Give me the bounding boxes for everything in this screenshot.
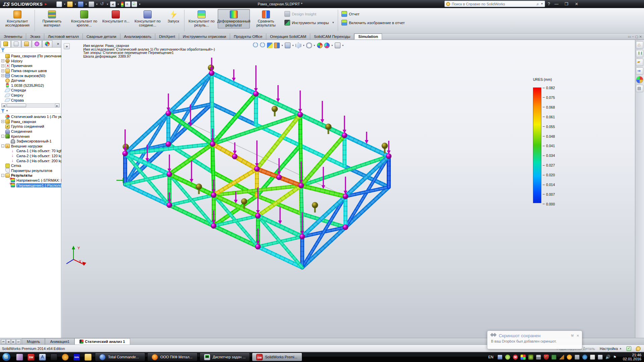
options-list-dropdown-icon[interactable]: ▼: [139, 3, 141, 5]
graphics-viewport[interactable]: » Имя модели: Рама_сварнаяИмя исследован…: [61, 40, 644, 338]
panel-more-icon[interactable]: »: [57, 42, 61, 46]
taskbar-clock[interactable]: 21:46 02.01.2016: [623, 353, 641, 361]
panel-tab-0[interactable]: [1, 40, 11, 47]
nvidia-icon[interactable]: [528, 355, 533, 360]
volume-tri-icon[interactable]: [559, 355, 564, 360]
tree-item[interactable]: Датчики: [0, 78, 61, 83]
tree-item[interactable]: +History: [0, 59, 61, 64]
custom-props-icon[interactable]: [636, 85, 643, 92]
tree-item[interactable]: Сила-1 (:На объект: 70 kgf:): [0, 148, 61, 154]
scroll-right-icon[interactable]: ▶: [55, 104, 59, 107]
fixtures-advisor-button[interactable]: Консультант по крепле...: [68, 9, 100, 28]
tree-horizontal-scrollbar[interactable]: ◀ ▶: [1, 103, 60, 108]
options-list-icon[interactable]: [131, 1, 137, 7]
windows-flag-icon[interactable]: [521, 355, 526, 360]
logo-expand-icon[interactable]: ▶: [45, 2, 47, 6]
tab-продукты-office[interactable]: Продукты Office: [230, 34, 266, 40]
white-tray-icon[interactable]: [590, 355, 595, 360]
search-dropdown-icon[interactable]: ▼: [541, 2, 543, 5]
notification-close-icon[interactable]: ✕: [577, 334, 579, 338]
help-search-box[interactable]: ⌕ ▼: [444, 1, 545, 7]
mega-icon[interactable]: M: [513, 355, 518, 360]
panel-tab-3[interactable]: [32, 40, 42, 47]
tree-item[interactable]: +Рама_сварная: [0, 119, 61, 124]
notification-settings-icon[interactable]: ⚒: [571, 334, 574, 338]
tree-item[interactable]: Перемещение1 (-Располож: [0, 183, 61, 188]
study-tree-filter[interactable]: ▼: [0, 108, 61, 114]
putty-icon[interactable]: [50, 354, 57, 361]
save-dropdown-icon[interactable]: ▼: [85, 3, 87, 5]
tree-item[interactable]: Сетка: [0, 163, 61, 168]
scroll-left-icon[interactable]: ◀: [2, 104, 6, 107]
tree-expand-box[interactable]: -: [1, 135, 4, 138]
tab-инструменты-отрисовки[interactable]: Инструменты отрисовки: [179, 34, 230, 40]
deformed-result-button[interactable]: Деформированный результат: [218, 9, 250, 28]
restore-button[interactable]: ❐: [563, 2, 570, 6]
tree-item[interactable]: 1.0038 (S235JRG2): [0, 83, 61, 88]
tab-операция-solidcam[interactable]: Операция SolidCAM: [266, 34, 310, 40]
tab-сварные-детали[interactable]: Сварные детали: [83, 34, 120, 40]
tree-item[interactable]: Зафиксированный-1: [0, 139, 61, 144]
magnifier-tray-icon[interactable]: [497, 355, 502, 360]
tree-expand-box[interactable]: +: [1, 64, 4, 67]
language-indicator[interactable]: EN: [488, 355, 493, 359]
resources-icon[interactable]: [636, 50, 643, 57]
tree-expand-box[interactable]: +: [1, 59, 4, 62]
close-button[interactable]: ✕: [573, 2, 580, 6]
tree-item[interactable]: Сила-2 (:На объект: 120 kgf:): [0, 154, 61, 159]
sync-icon[interactable]: [582, 355, 587, 360]
open-dropdown-icon[interactable]: ▼: [74, 3, 76, 5]
usb-icon[interactable]: [575, 355, 580, 360]
help-button[interactable]: ?: [548, 1, 550, 6]
tags-icon[interactable]: [627, 346, 631, 351]
quick-tip-icon[interactable]: [636, 346, 641, 351]
loads-advisor-button[interactable]: Консультант п...: [100, 9, 131, 24]
print-dropdown-icon[interactable]: ▼: [96, 3, 98, 5]
doc-tab-статический-анализ-1[interactable]: Статический анализ 1: [74, 338, 130, 345]
tab-элементы[interactable]: Элементы: [0, 34, 26, 40]
tree-item[interactable]: Напряжение1 (-STRMAX: Вер: [0, 178, 61, 183]
tab-dimxpert[interactable]: DimXpert: [155, 34, 179, 40]
taskbar-button-firefox[interactable]: ООО ПКФ Метал...: [147, 353, 198, 361]
solidworks-quick-icon[interactable]: SW: [28, 354, 35, 361]
report-button[interactable]: Отчет: [340, 10, 407, 17]
tree-item[interactable]: -Результаты: [0, 173, 61, 178]
design-library-icon[interactable]: [636, 59, 643, 66]
doc-tab-анимация1[interactable]: Анимация1: [45, 338, 74, 345]
file-explorer-icon[interactable]: [636, 67, 643, 75]
compare-results-button[interactable]: Сравнить результаты: [250, 9, 282, 28]
doc-window-control-2[interactable]: ▢: [635, 35, 638, 39]
action-flag-icon[interactable]: ⚑: [613, 355, 618, 360]
traffic-light-icon[interactable]: [121, 1, 124, 7]
doc-tab-модель[interactable]: Модель: [22, 338, 45, 345]
tree-expand-box[interactable]: -: [1, 144, 4, 147]
tree-item[interactable]: Статический анализ 1 (-По умолчан: [0, 114, 61, 119]
antivirus-icon[interactable]: [544, 355, 549, 360]
grid-tray-icon[interactable]: [551, 355, 556, 360]
taskbar-button-solidworks[interactable]: SWSolidWorks Premi...: [252, 353, 302, 361]
filter-dropdown-icon[interactable]: ▼: [6, 109, 8, 112]
tab-анализировать[interactable]: Анализировать: [120, 34, 155, 40]
tree-item[interactable]: Группа соединений: [0, 124, 61, 129]
tab-simulation[interactable]: Simulation: [354, 34, 382, 40]
tree-item[interactable]: Соединения: [0, 129, 61, 134]
panel-tab-4[interactable]: [42, 40, 52, 47]
search-icon[interactable]: ⌕: [537, 1, 539, 7]
print-icon[interactable]: [89, 1, 94, 7]
doc-window-control-3[interactable]: ✕: [639, 35, 642, 39]
new-icon[interactable]: [56, 1, 62, 7]
tree-item[interactable]: -Крепления: [0, 134, 61, 139]
panel-tab-1[interactable]: [11, 40, 21, 47]
layout-icon[interactable]: [536, 355, 541, 360]
doc-window-control-0[interactable]: ▭: [628, 35, 631, 39]
feature-tree-filter[interactable]: [0, 48, 61, 53]
undo-dropdown-icon[interactable]: ▼: [106, 3, 109, 5]
tab-solidcam-переходы[interactable]: SolidCAM Переходы: [310, 34, 354, 40]
undo-icon[interactable]: [99, 1, 105, 7]
tree-item[interactable]: Сила-3 (:На объект: 200 kgf:): [0, 158, 61, 163]
tree-item[interactable]: +Папка сварных швов: [0, 68, 61, 73]
connections-advisor-button[interactable]: Консультант по соедине...: [131, 9, 164, 28]
explorer-icon[interactable]: [85, 354, 92, 361]
tree-item[interactable]: Параметры результатов: [0, 168, 61, 173]
tree-expand-box[interactable]: -: [1, 174, 4, 177]
